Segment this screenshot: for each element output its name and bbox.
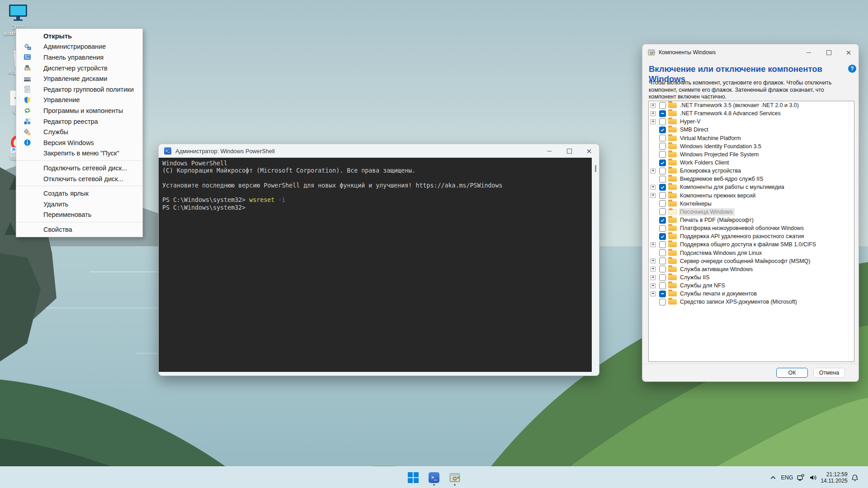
expand-icon[interactable]: + [651, 169, 656, 174]
feature-row[interactable]: +Службы печати и документов [649, 290, 854, 298]
expand-icon[interactable]: + [651, 111, 656, 116]
feature-checkbox[interactable] [659, 299, 666, 305]
feature-row[interactable]: +Компоненты для работы с мультимедиа [649, 183, 854, 191]
feature-row[interactable]: SMB Direct [649, 126, 854, 134]
feature-checkbox[interactable] [659, 225, 666, 232]
menu-item-программы-и-компоненты[interactable]: Программы и компоненты [16, 105, 142, 116]
feature-row[interactable]: +Служба активации Windows [649, 265, 854, 273]
feature-row[interactable]: Печать в PDF (Майкрософт) [649, 216, 854, 224]
menu-item-редактор-реестра[interactable]: Редактор реестра [16, 116, 142, 127]
feature-checkbox[interactable] [659, 233, 666, 240]
powershell-scrollbar[interactable] [592, 158, 599, 372]
feature-label[interactable]: Подсистема Windows для Linux [679, 249, 764, 257]
feature-label[interactable]: Службы печати и документов [679, 290, 759, 297]
feature-row[interactable]: Virtual Machine Platform [649, 134, 854, 142]
feature-checkbox[interactable] [659, 282, 666, 289]
feature-row[interactable]: Windows Identity Foundation 3.5 [649, 142, 854, 150]
windows-features-dialog[interactable]: Компоненты Windows ✕ Включение или отклю… [642, 44, 859, 382]
minimize-button[interactable] [539, 144, 559, 158]
feature-row[interactable]: +Поддержка общего доступа к файлам SMB 1… [649, 240, 854, 249]
feature-row[interactable]: Подсистема Windows для Linux [649, 249, 854, 257]
feature-row[interactable]: +.NET Framework 4.8 Advanced Services [649, 109, 854, 117]
menu-item-свойства[interactable]: Свойства [16, 224, 142, 235]
powershell-titlebar[interactable]: >_ Администратор: Windows PowerShell ✕ [159, 144, 599, 158]
feature-label[interactable]: Службы для NFS [679, 282, 727, 289]
feature-label[interactable]: Компоненты для работы с мультимедиа [679, 183, 786, 191]
menu-item-отключить-сетевой-диск-[interactable]: Отключить сетевой диск... [16, 174, 142, 184]
expand-icon[interactable]: + [651, 283, 656, 288]
tray-chevron-button[interactable] [767, 469, 779, 487]
feature-checkbox[interactable] [659, 274, 666, 281]
feature-row[interactable]: +Сервер очереди сообщений Майкрософт (MS… [649, 257, 854, 265]
notification-center-button[interactable]: z [849, 469, 861, 487]
feature-label[interactable]: Сервер очереди сообщений Майкрософт (MSM… [679, 258, 812, 265]
feature-label[interactable]: Поддержка общего доступа к файлам SMB 1.… [679, 241, 818, 248]
expand-icon[interactable]: + [651, 119, 656, 124]
feature-label[interactable]: Windows Projected File System [679, 151, 760, 158]
feature-checkbox[interactable] [659, 176, 666, 183]
feature-row[interactable]: Внедряемое веб-ядро служб IIS [649, 175, 854, 183]
powershell-console[interactable]: Windows PowerShell(C) Корпорация Майкрос… [159, 158, 593, 372]
feature-label[interactable]: SMB Direct [679, 126, 710, 133]
menu-item-закрепить-в-меню-пуск-[interactable]: Закрепить в меню "Пуск" [16, 148, 142, 159]
feature-checkbox[interactable] [659, 110, 666, 117]
close-button[interactable]: ✕ [579, 144, 599, 158]
network-button[interactable] [795, 469, 807, 487]
expand-icon[interactable]: + [651, 291, 656, 296]
menu-item-панель-управления[interactable]: Панель управления [16, 52, 142, 63]
menu-item-службы[interactable]: Службы [16, 127, 142, 137]
minimize-button[interactable] [799, 44, 819, 61]
feature-label[interactable]: .NET Framework 3.5 (включает .NET 2.0 и … [679, 102, 801, 109]
volume-button[interactable] [807, 469, 819, 487]
feature-checkbox[interactable] [659, 127, 666, 133]
feature-checkbox[interactable] [659, 291, 666, 297]
menu-item-версия-windows[interactable]: Версия Windows [16, 137, 142, 148]
menu-item-управление-дисками[interactable]: Управление дисками [16, 73, 142, 84]
feature-label[interactable]: Блокировка устройства [679, 167, 743, 174]
expand-icon[interactable]: + [651, 185, 656, 190]
feature-label[interactable]: Средство записи XPS-документов (Microsof… [679, 298, 799, 305]
expand-icon[interactable]: + [651, 103, 656, 108]
menu-item-диспетчер-устройств[interactable]: Диспетчер устройств [16, 63, 142, 74]
expand-icon[interactable]: + [651, 267, 656, 272]
feature-label[interactable]: .NET Framework 4.8 Advanced Services [679, 110, 783, 117]
menu-item-администрирование[interactable]: Администрирование [16, 42, 142, 52]
feature-checkbox[interactable] [659, 184, 666, 191]
powershell-scrollbar-thumb[interactable] [595, 165, 596, 172]
feature-checkbox[interactable] [659, 266, 666, 272]
feature-label[interactable]: Work Folders Client [679, 159, 731, 166]
clock[interactable]: 21:12:59 14.11.2025 [819, 469, 849, 487]
help-icon[interactable]: ? [848, 65, 856, 73]
feature-label[interactable]: Windows Identity Foundation 3.5 [679, 143, 763, 150]
expand-icon[interactable]: + [651, 193, 656, 198]
cancel-button[interactable]: Отмена [813, 368, 845, 378]
feature-label[interactable]: Песочница Windows [679, 208, 735, 216]
feature-label[interactable]: Virtual Machine Platform [679, 135, 743, 142]
feature-label[interactable]: Hyper-V [679, 118, 702, 125]
feature-row[interactable]: +Службы IIS [649, 273, 854, 282]
feature-checkbox[interactable] [659, 135, 666, 141]
close-button[interactable]: ✕ [839, 44, 859, 61]
maximize-button[interactable] [559, 144, 579, 158]
feature-checkbox[interactable] [659, 200, 666, 207]
menu-item-открыть[interactable]: Открыть [16, 31, 142, 42]
expand-icon[interactable]: + [651, 258, 656, 263]
menu-item-создать-ярлык[interactable]: Создать ярлык [16, 188, 142, 199]
feature-label[interactable]: Компоненты прежних версий [679, 192, 757, 199]
feature-checkbox[interactable] [659, 102, 666, 109]
feature-label[interactable]: Служба активации Windows [679, 266, 755, 273]
feature-row[interactable]: +.NET Framework 3.5 (включает .NET 2.0 и… [649, 101, 854, 109]
feature-checkbox[interactable] [659, 151, 666, 158]
feature-checkbox[interactable] [659, 249, 666, 256]
ok-button[interactable]: ОК [776, 368, 808, 378]
feature-label[interactable]: Поддержка API удаленного разностного сжа… [679, 233, 806, 240]
feature-row[interactable]: Windows Projected File System [649, 150, 854, 159]
feature-checkbox[interactable] [659, 143, 666, 150]
feature-label[interactable]: Платформа низкоуровневой оболочки Window… [679, 225, 806, 232]
feature-checkbox[interactable] [659, 241, 666, 248]
feature-checkbox[interactable] [659, 160, 666, 166]
feature-row[interactable]: Средство записи XPS-документов (Microsof… [649, 298, 854, 306]
features-tree[interactable]: +.NET Framework 3.5 (включает .NET 2.0 и… [648, 101, 854, 362]
feature-checkbox[interactable] [659, 208, 666, 215]
expand-icon[interactable]: + [651, 275, 656, 280]
